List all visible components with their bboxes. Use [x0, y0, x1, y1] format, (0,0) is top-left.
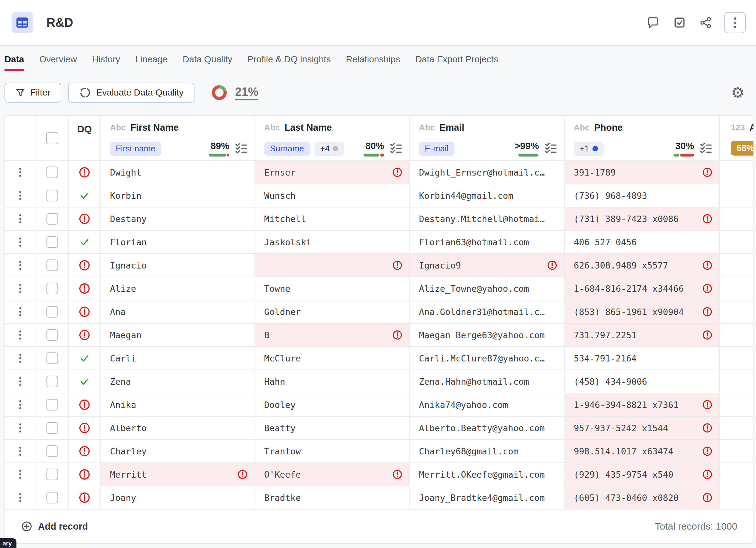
column-menu-kebab-icon[interactable]	[244, 126, 247, 129]
cell-phone[interactable]: 731.797.2251	[565, 324, 720, 347]
cell-first-name[interactable]: Destany	[101, 207, 255, 231]
cell-last-name[interactable]: Hahn	[255, 370, 410, 394]
cell-last-name[interactable]: Bradtke	[255, 486, 410, 510]
dq-rules-icon[interactable]	[390, 143, 402, 154]
cell-phone[interactable]: 1-946-394-8821 x7361	[565, 394, 720, 417]
tab[interactable]: Data	[5, 54, 24, 71]
cell-last-name[interactable]: Wunsch	[255, 184, 410, 207]
cell-first-name[interactable]: Korbin	[101, 184, 255, 207]
row-drag-handle[interactable]	[5, 417, 36, 440]
cell-extra[interactable]	[720, 254, 753, 277]
column-menu-kebab-icon[interactable]	[708, 126, 712, 129]
row-checkbox[interactable]	[46, 236, 58, 248]
cell-phone[interactable]: 998.514.1017 x63474	[565, 440, 720, 463]
cell-email[interactable]: Ignacio9	[410, 254, 565, 277]
cell-last-name[interactable]	[255, 254, 410, 277]
cell-phone[interactable]: (853) 865-1961 x90904	[565, 301, 720, 324]
cell-first-name[interactable]: Carli	[101, 347, 255, 370]
cell-phone[interactable]: (605) 473-0460 x0820	[565, 486, 720, 510]
cell-extra[interactable]	[720, 207, 753, 231]
extra-terms-chip[interactable]: +4	[314, 142, 344, 156]
share-button[interactable]	[700, 16, 712, 29]
cell-phone[interactable]: 626.308.9489 x5577	[565, 254, 720, 277]
row-checkbox[interactable]	[46, 329, 58, 341]
column-menu-kebab-icon[interactable]	[398, 126, 402, 129]
row-checkbox[interactable]	[46, 166, 58, 178]
gear-icon[interactable]: ⚙	[731, 85, 744, 100]
cell-last-name[interactable]: Jaskolski	[255, 231, 410, 254]
term-chip[interactable]: First name	[110, 142, 161, 156]
row-checkbox[interactable]	[46, 469, 58, 480]
tab[interactable]: Relationships	[346, 54, 400, 71]
row-checkbox[interactable]	[46, 283, 58, 294]
dq-score-link[interactable]: 21%	[235, 85, 258, 100]
row-checkbox[interactable]	[46, 376, 58, 387]
cell-first-name[interactable]: Dwight	[101, 161, 255, 184]
cell-first-name[interactable]: Florian	[101, 231, 255, 254]
tasks-button[interactable]	[673, 16, 686, 29]
cell-last-name[interactable]: Ernser	[255, 161, 410, 184]
row-drag-handle[interactable]	[5, 277, 36, 301]
cell-extra[interactable]	[720, 231, 753, 254]
tab[interactable]: Profile & DQ insights	[247, 54, 331, 71]
cell-last-name[interactable]: Goldner	[255, 301, 410, 324]
cell-email[interactable]: Alberto.Beatty@yahoo.com	[410, 417, 565, 440]
column-header-first-name[interactable]: Abc First Name First name 89%	[101, 116, 255, 161]
row-checkbox[interactable]	[46, 422, 58, 434]
dq-rules-icon[interactable]	[235, 143, 247, 154]
cell-first-name[interactable]: Maegan	[101, 324, 255, 347]
row-checkbox[interactable]	[46, 259, 58, 271]
evaluate-dq-button[interactable]: Evaluate Data Quality	[68, 83, 194, 103]
row-checkbox[interactable]	[46, 445, 58, 457]
column-header-last-name[interactable]: Abc Last Name Surname +4 80%	[255, 116, 410, 161]
row-drag-handle[interactable]	[5, 231, 36, 254]
cell-email[interactable]: Dwight_Ernser@hotmail.c…	[410, 161, 565, 184]
cell-email[interactable]: Maegan_Berge63@yahoo.com	[410, 324, 565, 347]
comment-button[interactable]	[647, 16, 659, 29]
cell-email[interactable]: Zena.Hahn@hotmail.com	[410, 370, 565, 394]
add-record-button[interactable]: Add record	[21, 521, 88, 532]
column-header-email[interactable]: Abc Email E-mail >99%	[410, 116, 565, 161]
row-checkbox[interactable]	[46, 492, 58, 503]
cell-phone[interactable]: (458) 434-9006	[565, 370, 720, 394]
row-drag-handle[interactable]	[5, 254, 36, 277]
cell-extra[interactable]	[720, 394, 753, 417]
column-menu-kebab-icon[interactable]	[553, 126, 557, 129]
cell-email[interactable]: Joany_Bradtke4@gmail.com	[410, 486, 565, 510]
dq-rules-icon[interactable]	[700, 143, 712, 154]
cell-phone[interactable]: (929) 435-9754 x540	[565, 463, 720, 486]
cell-first-name[interactable]: Zena	[101, 370, 255, 394]
cell-last-name[interactable]: Trantow	[255, 440, 410, 463]
cell-phone[interactable]: 406-527-0456	[565, 231, 720, 254]
tab[interactable]: History	[92, 54, 120, 71]
row-drag-handle[interactable]	[5, 324, 36, 347]
row-checkbox[interactable]	[46, 353, 58, 364]
cell-email[interactable]: Charley68@gmail.com	[410, 440, 565, 463]
dq-rules-icon[interactable]	[545, 143, 557, 154]
column-header-phone[interactable]: Abc Phone +1 30%	[565, 116, 720, 161]
cell-email[interactable]: Florian63@hotmail.com	[410, 231, 565, 254]
cell-phone[interactable]: (736) 968-4893	[565, 184, 720, 207]
cell-last-name[interactable]: Towne	[255, 277, 410, 301]
cell-first-name[interactable]: Joany	[101, 486, 255, 510]
extra-terms-chip[interactable]: +1	[574, 142, 604, 156]
cell-phone[interactable]: 391-1789	[565, 161, 720, 184]
cell-email[interactable]: Carli.McClure87@yahoo.c…	[410, 347, 565, 370]
row-drag-handle[interactable]	[5, 370, 36, 394]
cell-first-name[interactable]: Charley	[101, 440, 255, 463]
row-drag-handle[interactable]	[5, 301, 36, 324]
cell-email[interactable]: Merritt.OKeefe@gmail.com	[410, 463, 565, 486]
cell-email[interactable]: Destany.Mitchell@hotmai…	[410, 207, 565, 231]
cell-first-name[interactable]: Ana	[101, 301, 255, 324]
more-actions-button[interactable]	[724, 12, 746, 33]
cell-extra[interactable]	[720, 277, 753, 301]
cell-extra[interactable]	[720, 184, 753, 207]
term-chip[interactable]: Surname	[264, 142, 310, 156]
tab[interactable]: Overview	[39, 54, 77, 71]
cell-extra[interactable]	[720, 370, 753, 394]
row-drag-handle[interactable]	[5, 486, 36, 510]
cell-phone[interactable]: 957-937-5242 x1544	[565, 417, 720, 440]
cell-extra[interactable]	[720, 417, 753, 440]
cell-phone[interactable]: 1-684-816-2174 x34466	[565, 277, 720, 301]
filter-button[interactable]: Filter	[5, 83, 61, 103]
